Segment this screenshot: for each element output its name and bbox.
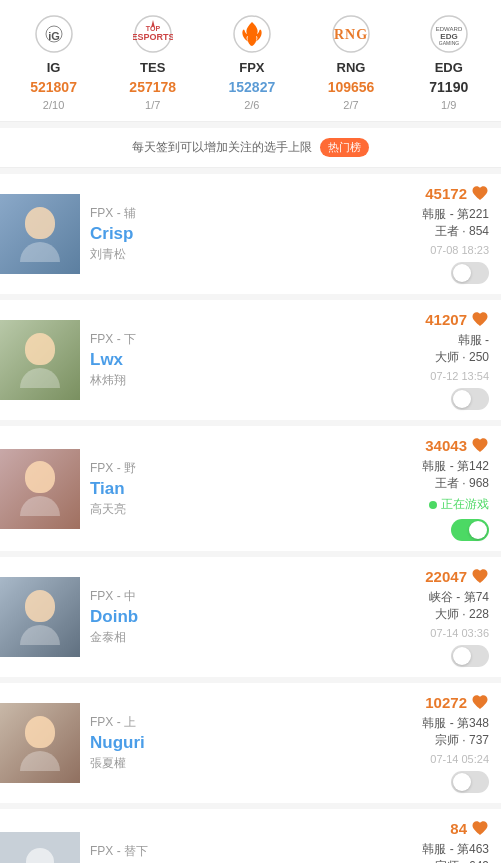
player-real-name-lwx: 林炜翔 — [90, 372, 379, 389]
team-name-rng: RNG — [337, 60, 366, 75]
player-real-name-tian: 高天亮 — [90, 501, 379, 518]
team-record-ig: 2/10 — [43, 99, 64, 111]
heart-icon — [471, 184, 489, 202]
rank-line2-tian: 王者 · 968 — [422, 475, 489, 492]
team-item-edg[interactable]: EDWARD EDG GAMING EDG 71190 1/9 — [427, 12, 471, 111]
team-logo-tes: TOP ESPORTS — [131, 12, 175, 56]
player-name-lwx[interactable]: Lwx — [90, 350, 379, 370]
player-name-doinb[interactable]: Doinb — [90, 607, 379, 627]
player-real-name-doinb: 金泰相 — [90, 629, 379, 646]
heart-count-nuguri: 10272 — [425, 693, 489, 711]
online-text-tian: 正在游戏 — [441, 496, 489, 513]
player-stats-doinb: 22047 峡谷 - 第74 大师 · 228 07-14 03:36 — [389, 567, 489, 667]
team-logo-rng: RNG — [329, 12, 373, 56]
player-rank-tian: 韩服 - 第142 王者 · 968 — [422, 458, 489, 492]
player-card-nuguri[interactable]: FPX - 上 Nuguri 張夏權 10272 韩服 - 第348 宗师 · … — [0, 683, 501, 803]
player-info-nuguri: FPX - 上 Nuguri 張夏權 — [90, 714, 379, 772]
team-item-ig[interactable]: iG IG 521807 2/10 — [30, 12, 77, 111]
player-team-role-lwx: FPX - 下 — [90, 331, 379, 348]
team-item-tes[interactable]: TOP ESPORTS TES 257178 1/7 — [129, 12, 176, 111]
player-card-jingyi[interactable]: FPX - 替下 JingYi 刘子珩 84 韩服 - 第463 宗师 · 64… — [0, 809, 501, 863]
player-team-role-tian: FPX - 野 — [90, 460, 379, 477]
team-record-edg: 1/9 — [441, 99, 456, 111]
team-logo-ig: iG — [32, 12, 76, 56]
svg-text:iG: iG — [48, 30, 60, 42]
toggle-doinb[interactable] — [451, 645, 489, 667]
player-card-crisp[interactable]: FPX - 辅 Crisp 刘青松 45172 韩服 - 第221 王者 · 8… — [0, 174, 501, 294]
player-time-crisp: 07-08 18:23 — [430, 244, 489, 256]
team-score-rng: 109656 — [328, 79, 375, 95]
player-avatar-crisp — [0, 194, 80, 274]
rank-line1-doinb: 峡谷 - 第74 — [429, 589, 489, 606]
heart-count-lwx: 41207 — [425, 310, 489, 328]
heart-count-jingyi: 84 — [450, 819, 489, 837]
team-name-fpx: FPX — [239, 60, 264, 75]
player-list: FPX - 辅 Crisp 刘青松 45172 韩服 - 第221 王者 · 8… — [0, 174, 501, 863]
player-avatar-nuguri — [0, 703, 80, 783]
player-time-nuguri: 07-14 05:24 — [430, 753, 489, 765]
team-score-ig: 521807 — [30, 79, 77, 95]
player-avatar-tian — [0, 449, 80, 529]
player-stats-lwx: 41207 韩服 - 大师 · 250 07-12 13:54 — [389, 310, 489, 410]
player-rank-crisp: 韩服 - 第221 王者 · 854 — [422, 206, 489, 240]
player-team-role-jingyi: FPX - 替下 — [90, 843, 379, 860]
team-item-rng[interactable]: RNG RNG 109656 2/7 — [328, 12, 375, 111]
notice-text: 每天签到可以增加关注的选手上限 — [132, 139, 312, 156]
player-team-role-nuguri: FPX - 上 — [90, 714, 379, 731]
heart-icon — [471, 567, 489, 585]
player-card-tian[interactable]: FPX - 野 Tian 高天亮 34043 韩服 - 第142 王者 · 96… — [0, 426, 501, 551]
toggle-crisp[interactable] — [451, 262, 489, 284]
heart-number-nuguri: 10272 — [425, 694, 467, 711]
player-rank-jingyi: 韩服 - 第463 宗师 · 649 — [422, 841, 489, 863]
rank-line1-lwx: 韩服 - — [435, 332, 489, 349]
rank-line1-jingyi: 韩服 - 第463 — [422, 841, 489, 858]
player-rank-doinb: 峡谷 - 第74 大师 · 228 — [429, 589, 489, 623]
team-record-fpx: 2/6 — [244, 99, 259, 111]
team-name-edg: EDG — [435, 60, 463, 75]
team-name-ig: IG — [47, 60, 61, 75]
team-score-edg: 71190 — [429, 79, 468, 95]
toggle-tian[interactable] — [451, 519, 489, 541]
player-real-name-crisp: 刘青松 — [90, 246, 379, 263]
heart-count-tian: 34043 — [425, 436, 489, 454]
team-score-fpx: 152827 — [228, 79, 275, 95]
notice-badge[interactable]: 热门榜 — [320, 138, 369, 157]
svg-text:GAMING: GAMING — [439, 40, 459, 46]
player-info-crisp: FPX - 辅 Crisp 刘青松 — [90, 205, 379, 263]
rank-line2-lwx: 大师 · 250 — [435, 349, 489, 366]
player-stats-tian: 34043 韩服 - 第142 王者 · 968 正在游戏 — [389, 436, 489, 541]
team-name-tes: TES — [140, 60, 165, 75]
heart-icon — [471, 310, 489, 328]
toggle-lwx[interactable] — [451, 388, 489, 410]
player-avatar-jingyi — [0, 832, 80, 864]
team-score-tes: 257178 — [129, 79, 176, 95]
team-record-rng: 2/7 — [343, 99, 358, 111]
rank-line1-nuguri: 韩服 - 第348 — [422, 715, 489, 732]
player-name-crisp[interactable]: Crisp — [90, 224, 379, 244]
heart-number-doinb: 22047 — [425, 568, 467, 585]
player-card-doinb[interactable]: FPX - 中 Doinb 金泰相 22047 峡谷 - 第74 大师 · 22… — [0, 557, 501, 677]
player-stats-nuguri: 10272 韩服 - 第348 宗师 · 737 07-14 05:24 — [389, 693, 489, 793]
rank-line1-tian: 韩服 - 第142 — [422, 458, 489, 475]
rank-line1-crisp: 韩服 - 第221 — [422, 206, 489, 223]
player-team-role-crisp: FPX - 辅 — [90, 205, 379, 222]
heart-icon — [471, 436, 489, 454]
player-name-nuguri[interactable]: Nuguri — [90, 733, 379, 753]
player-real-name-nuguri: 張夏權 — [90, 755, 379, 772]
toggle-nuguri[interactable] — [451, 771, 489, 793]
rank-line2-nuguri: 宗师 · 737 — [422, 732, 489, 749]
svg-text:ESPORTS: ESPORTS — [133, 32, 173, 42]
online-dot-tian — [429, 501, 437, 509]
heart-count-crisp: 45172 — [425, 184, 489, 202]
heart-icon — [471, 693, 489, 711]
team-logo-fpx — [230, 12, 274, 56]
heart-number-jingyi: 84 — [450, 820, 467, 837]
online-tag-tian: 正在游戏 — [429, 496, 489, 513]
rank-line2-crisp: 王者 · 854 — [422, 223, 489, 240]
player-info-lwx: FPX - 下 Lwx 林炜翔 — [90, 331, 379, 389]
player-name-tian[interactable]: Tian — [90, 479, 379, 499]
player-info-tian: FPX - 野 Tian 高天亮 — [90, 460, 379, 518]
team-logo-edg: EDWARD EDG GAMING — [427, 12, 471, 56]
player-card-lwx[interactable]: FPX - 下 Lwx 林炜翔 41207 韩服 - 大师 · 250 07-1… — [0, 300, 501, 420]
team-item-fpx[interactable]: FPX 152827 2/6 — [228, 12, 275, 111]
